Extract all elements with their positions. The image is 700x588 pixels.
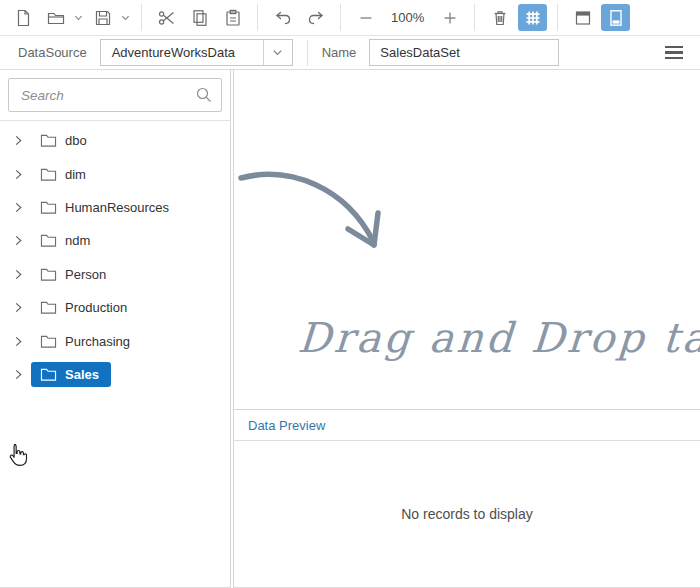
open-button[interactable] (41, 4, 70, 31)
tree-item-pill[interactable]: ndm (31, 228, 102, 253)
datasource-label: DataSource (18, 45, 87, 60)
chevron-right-icon[interactable] (13, 302, 24, 313)
folder-icon (40, 133, 57, 148)
menu-hamburger-icon[interactable] (663, 42, 685, 64)
copy-button[interactable] (185, 4, 214, 31)
undo-icon (273, 8, 293, 28)
tree-item-label: ndm (65, 233, 90, 248)
no-records-message: No records to display (401, 506, 533, 522)
cut-scissors-icon (157, 8, 177, 28)
cut-button[interactable] (152, 4, 181, 31)
folder-icon (40, 167, 57, 182)
tree-item-label: dim (65, 167, 86, 182)
tree-item-label: Production (65, 300, 127, 315)
toolbar-separator (257, 4, 258, 31)
dataset-property-bar: DataSource AdventureWorksData Name (0, 36, 700, 70)
paste-button[interactable] (218, 4, 247, 31)
undo-button[interactable] (268, 4, 297, 31)
data-preview-title: Data Preview (248, 418, 325, 433)
tree-item-production[interactable]: Production (0, 291, 230, 324)
open-folder-icon (46, 8, 66, 28)
chevron-right-icon[interactable] (13, 135, 24, 146)
search-icon[interactable] (195, 86, 213, 104)
zoom-in-button[interactable] (435, 4, 464, 31)
tree-item-pill[interactable]: Purchasing (31, 329, 142, 354)
tree-item-pill[interactable]: Sales (31, 362, 111, 387)
datasource-dropdown[interactable]: AdventureWorksData (100, 39, 293, 66)
propbar-separator (307, 40, 308, 66)
dataset-design-canvas: Drag and Drop table Data Preview No reco… (233, 70, 700, 588)
folder-icon (40, 233, 57, 248)
tree-item-pill[interactable]: Production (31, 295, 139, 320)
chevron-right-icon[interactable] (13, 336, 24, 347)
tree-item-dbo[interactable]: dbo (0, 124, 230, 157)
content-area: dbodimHumanResourcesndmPersonProductionP… (0, 70, 700, 588)
copy-icon (190, 8, 210, 28)
toolbar-separator (141, 4, 142, 31)
chevron-right-icon[interactable] (13, 269, 24, 280)
tree-item-humanresources[interactable]: HumanResources (0, 191, 230, 224)
zoom-out-button[interactable] (351, 4, 380, 31)
search-input[interactable] (8, 78, 222, 112)
tree-item-person[interactable]: Person (0, 258, 230, 291)
schema-tree: dbodimHumanResourcesndmPersonProductionP… (0, 121, 230, 391)
folder-icon (40, 267, 57, 282)
chevron-down-icon[interactable] (263, 40, 292, 65)
report-footer-button[interactable] (601, 4, 630, 31)
dataset-name-label: Name (322, 45, 357, 60)
tree-item-label: dbo (65, 133, 87, 148)
grid-lines-button[interactable] (518, 4, 547, 31)
main-toolbar: 100% (0, 0, 700, 36)
plus-icon (442, 10, 458, 26)
data-preview-header: Data Preview (234, 410, 700, 441)
toolbar-separator (557, 4, 558, 31)
save-icon (93, 8, 113, 28)
minus-icon (358, 10, 374, 26)
search-area (0, 70, 230, 121)
schema-sidebar: dbodimHumanResourcesndmPersonProductionP… (0, 70, 231, 588)
data-preview-grid: No records to display (234, 441, 700, 588)
report-header-icon (573, 8, 593, 28)
chevron-right-icon[interactable] (13, 202, 24, 213)
save-button[interactable] (88, 4, 117, 31)
tree-item-label: Sales (65, 367, 99, 382)
save-dropdown-chevron[interactable] (119, 4, 131, 31)
tree-item-pill[interactable]: dim (31, 162, 98, 187)
tree-item-label: Person (65, 267, 106, 282)
new-report-icon (13, 8, 33, 28)
paste-clipboard-icon (223, 8, 243, 28)
folder-icon (40, 367, 57, 382)
toolbar-separator (340, 4, 341, 31)
tree-item-pill[interactable]: HumanResources (31, 195, 181, 220)
drag-drop-hint-text: Drag and Drop table (296, 314, 700, 362)
drop-design-area[interactable]: Drag and Drop table (234, 70, 700, 410)
tree-item-dim[interactable]: dim (0, 157, 230, 190)
toolbar-separator (474, 4, 475, 31)
chevron-right-icon[interactable] (13, 369, 24, 380)
chevron-right-icon[interactable] (13, 169, 24, 180)
new-report-button[interactable] (8, 4, 37, 31)
tree-item-sales[interactable]: Sales (0, 358, 230, 391)
zoom-level-label: 100% (391, 10, 424, 25)
folder-icon (40, 334, 57, 349)
folder-icon (40, 200, 57, 215)
drop-hint-arrow-icon (236, 168, 416, 328)
redo-button[interactable] (301, 4, 330, 31)
tree-item-label: Purchasing (65, 334, 130, 349)
grid-lines-icon (523, 8, 543, 28)
datasource-dropdown-value: AdventureWorksData (101, 40, 263, 65)
open-dropdown-chevron[interactable] (72, 4, 84, 31)
tree-item-pill[interactable]: Person (31, 262, 118, 287)
dataset-name-input[interactable] (369, 39, 559, 66)
folder-icon (40, 300, 57, 315)
trash-icon (490, 8, 510, 28)
report-header-button[interactable] (568, 4, 597, 31)
chevron-right-icon[interactable] (13, 235, 24, 246)
tree-item-label: HumanResources (65, 200, 169, 215)
tree-item-pill[interactable]: dbo (31, 128, 99, 153)
tree-item-ndm[interactable]: ndm (0, 224, 230, 257)
tree-item-purchasing[interactable]: Purchasing (0, 324, 230, 357)
delete-button[interactable] (485, 4, 514, 31)
redo-icon (306, 8, 326, 28)
report-footer-icon (606, 8, 626, 28)
